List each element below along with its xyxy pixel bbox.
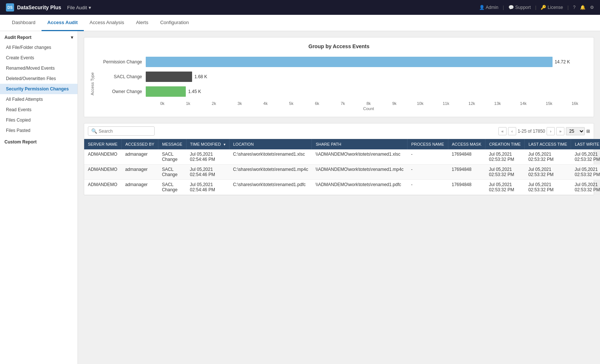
sidebar-item-all-file-folder[interactable]: All File/Folder changes xyxy=(0,42,78,53)
cell-message: SACL Change xyxy=(158,180,186,195)
chart-bar-wrapper-1: 1.68 K xyxy=(146,72,588,82)
col-time-modified[interactable]: TIME MODIFIED ▾ xyxy=(186,139,229,149)
chart-bar-row-1: SACL Change 1.68 K xyxy=(98,72,588,82)
admin-link[interactable]: 👤 Admin xyxy=(479,5,498,10)
cell-last-access-time: Jul 05,2021 02:53:32 PM xyxy=(525,180,571,195)
cell-accessed-by: admanager xyxy=(121,149,158,165)
module-selector[interactable]: File Audit ▾ xyxy=(67,5,91,10)
cell-location: C:\shares\work\totets\renamed1.pdfc xyxy=(229,180,312,195)
last-page-button[interactable]: » xyxy=(556,127,564,135)
notification-bell[interactable]: 🔔 xyxy=(580,5,586,10)
col-process-name[interactable]: PROCESS NAME xyxy=(407,139,448,149)
sidebar-item-failed-attempts[interactable]: All Failed Attempts xyxy=(0,94,78,105)
cell-access-mask: 17694848 xyxy=(448,165,485,180)
search-input[interactable] xyxy=(99,129,151,134)
chart-bar-value-1: 1.68 K xyxy=(194,74,207,79)
cell-last-write-time: Jul 05,2021 02:53:32 PM xyxy=(571,165,600,180)
support-link[interactable]: 💬 Support xyxy=(508,5,531,10)
tab-access-audit[interactable]: Access Audit xyxy=(42,15,84,31)
cell-access-mask: 17694848 xyxy=(448,180,485,195)
brand-name: DataSecurity Plus xyxy=(17,4,61,10)
sidebar-item-files-copied[interactable]: Files Copied xyxy=(0,115,78,125)
tab-configuration[interactable]: Configuration xyxy=(154,15,195,31)
prev-page-button[interactable]: ‹ xyxy=(508,127,516,135)
cell-process-name: - xyxy=(407,149,448,165)
col-last-write-time[interactable]: LAST WRITE TIME xyxy=(571,139,600,149)
chart-bar-row-2: Owner Change 1.45 K xyxy=(98,86,588,97)
sidebar-item-files-pasted[interactable]: Files Pasted xyxy=(0,125,78,136)
table-header-row: SERVER NAME ACCESSED BY MESSAGE TIME MOD… xyxy=(84,139,600,149)
chart-bar-label-1: SACL Change xyxy=(98,74,146,79)
cell-accessed-by: admanager xyxy=(121,180,158,195)
col-last-access-time[interactable]: LAST ACCESS TIME xyxy=(525,139,571,149)
settings-icon[interactable]: ⚙ xyxy=(590,5,594,10)
search-icon: 🔍 xyxy=(91,128,97,134)
x-tick-4: 4k xyxy=(253,101,278,106)
col-message[interactable]: MESSAGE xyxy=(158,139,186,149)
cell-time-modified: Jul 05,2021 02:54:46 PM xyxy=(186,165,229,180)
next-page-button[interactable]: › xyxy=(547,127,555,135)
col-server-name[interactable]: SERVER NAME xyxy=(84,139,121,149)
module-dropdown-icon: ▾ xyxy=(89,5,91,10)
cell-creation-time: Jul 05,2021 02:53:32 PM xyxy=(485,165,524,180)
chart-bar-wrapper-2: 1.45 K xyxy=(146,86,588,97)
chart-y-axis-label: Access Type xyxy=(90,72,95,95)
first-page-button[interactable]: « xyxy=(498,127,507,135)
x-tick-12: 12k xyxy=(459,101,485,106)
sidebar-item-create-events[interactable]: Create Events xyxy=(0,53,78,63)
sidebar-item-renamed-moved[interactable]: Renamed/Moved Events xyxy=(0,63,78,73)
sidebar-item-read-events[interactable]: Read Events xyxy=(0,105,78,115)
sidebar-custom-report-title[interactable]: Custom Report xyxy=(0,136,78,147)
data-table: SERVER NAME ACCESSED BY MESSAGE TIME MOD… xyxy=(84,139,600,195)
sidebar-chevron-icon: ▾ xyxy=(71,35,73,40)
pagination: « ‹ 1-25 of 17850 › » 25 50 100 ⊞ xyxy=(498,127,590,135)
col-access-mask[interactable]: ACCESS MASK xyxy=(448,139,485,149)
search-box[interactable]: 🔍 xyxy=(88,126,155,136)
license-link[interactable]: 🔑 License xyxy=(541,5,563,10)
chart-bar-2 xyxy=(146,86,186,97)
tab-alerts[interactable]: Alerts xyxy=(130,15,154,31)
page-info: 1-25 of 17850 xyxy=(518,129,545,134)
per-page-select[interactable]: 25 50 100 xyxy=(566,127,585,135)
sidebar-item-deleted-overwritten[interactable]: Deleted/Overwritten Files xyxy=(0,73,78,84)
chart-x-axis: 0k 1k 2k 3k 4k 5k 6k 7k 8k 9k 10k 11k 12… xyxy=(149,101,588,106)
col-accessed-by[interactable]: ACCESSED BY xyxy=(121,139,158,149)
sidebar-item-security-permission[interactable]: Security Permission Changes xyxy=(0,84,78,94)
cell-last-write-time: Jul 05,2021 02:53:32 PM xyxy=(571,180,600,195)
x-tick-0: 0k xyxy=(149,101,175,106)
main-nav: Dashboard Access Audit Access Analysis A… xyxy=(0,15,600,31)
cell-accessed-by: admanager xyxy=(121,165,158,180)
x-tick-13: 13k xyxy=(485,101,511,106)
main-layout: Audit Report ▾ All File/Folder changes C… xyxy=(0,31,600,364)
sidebar-audit-report-title[interactable]: Audit Report ▾ xyxy=(0,31,78,42)
tab-dashboard[interactable]: Dashboard xyxy=(6,15,42,31)
table-body: ADMANDEMO admanager SACL Change Jul 05,2… xyxy=(84,149,600,195)
top-bar: DS DataSecurity Plus File Audit ▾ 👤 Admi… xyxy=(0,0,600,15)
x-tick-3: 3k xyxy=(227,101,253,106)
column-settings-icon[interactable]: ⊞ xyxy=(586,129,590,134)
table-row: ADMANDEMO admanager SACL Change Jul 05,2… xyxy=(84,165,600,180)
x-tick-5: 5k xyxy=(278,101,304,106)
cell-time-modified: Jul 05,2021 02:54:46 PM xyxy=(186,180,229,195)
cell-message: SACL Change xyxy=(158,149,186,165)
chart-area: Access Type Permission Change 14.72 K SA… xyxy=(90,57,588,111)
chart-bar-wrapper-0: 14.72 K xyxy=(146,57,588,67)
x-tick-6: 6k xyxy=(304,101,330,106)
top-bar-left: DS DataSecurity Plus File Audit ▾ xyxy=(6,3,91,11)
help-link[interactable]: ? xyxy=(573,5,576,10)
tab-access-analysis[interactable]: Access Analysis xyxy=(84,15,130,31)
cell-creation-time: Jul 05,2021 02:53:32 PM xyxy=(485,180,524,195)
chart-bars-container: Permission Change 14.72 K SACL Change 1.… xyxy=(98,57,588,111)
col-share-path[interactable]: SHARE PATH xyxy=(312,139,407,149)
x-tick-8: 8k xyxy=(356,101,382,106)
chart-bar-value-0: 14.72 K xyxy=(555,59,570,64)
col-location[interactable]: LOCATION xyxy=(229,139,312,149)
col-creation-time[interactable]: CREATION TIME xyxy=(485,139,524,149)
cell-creation-time: Jul 05,2021 02:53:32 PM xyxy=(485,149,524,165)
x-tick-16: 16k xyxy=(562,101,588,106)
x-tick-10: 10k xyxy=(407,101,433,106)
cell-server-name: ADMANDEMO xyxy=(84,180,121,195)
chart-bar-1 xyxy=(146,72,192,82)
admin-icon: 👤 xyxy=(479,5,485,10)
cell-location: C:\shares\work\totets\renamed1.xlsc xyxy=(229,149,312,165)
